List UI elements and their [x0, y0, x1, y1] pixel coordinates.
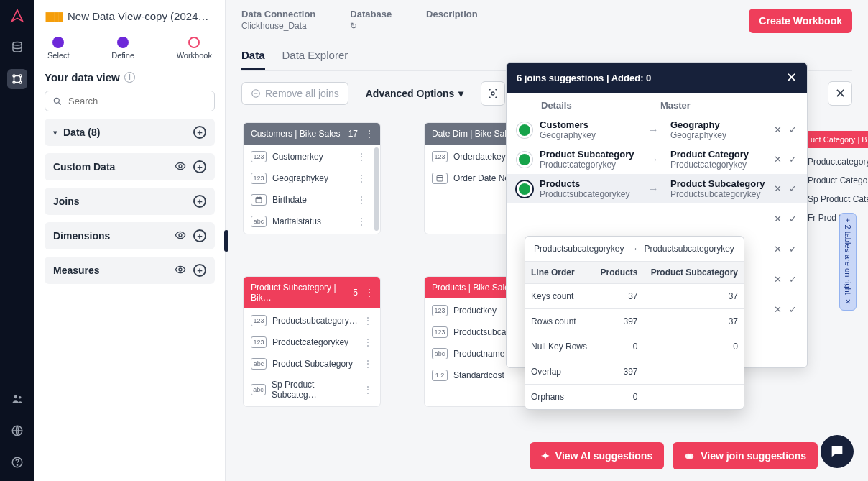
accept-icon[interactable]: ✓ [789, 183, 797, 194]
status-dot-icon [517, 152, 532, 168]
minus-circle-icon [251, 88, 261, 99]
search-input-wrap[interactable] [45, 91, 215, 111]
table-card-product-subcategory[interactable]: Product Subcategory | Bik…5⋮ 123Products… [243, 276, 381, 407]
col-header: Products [594, 262, 643, 284]
eye-icon[interactable] [175, 160, 186, 173]
kebab-icon[interactable]: ⋮ [365, 288, 373, 298]
close-icon[interactable]: ✕ [786, 70, 797, 86]
chat-fab[interactable] [821, 435, 854, 468]
field-item[interactable]: abcMaritalstatus⋮ [244, 211, 373, 232]
field-item[interactable]: 123Productsubcategory…⋮ [244, 310, 379, 331]
database-icon[interactable] [7, 37, 27, 58]
stepper: Select Define Workbook [47, 37, 212, 60]
arrow-right-icon: → [647, 124, 659, 137]
meta-connection: Data Connection Clickhouse_Data [241, 9, 315, 31]
reject-icon[interactable]: ✕ [774, 183, 782, 194]
table-card-product-category-partial[interactable]: uct Category | B Productcategory Product… [805, 131, 868, 223]
create-workbook-button[interactable]: Create Workbook [749, 9, 852, 33]
svg-point-12 [179, 234, 182, 237]
help-icon[interactable] [7, 452, 27, 472]
remove-joins-button[interactable]: Remove all joins [241, 82, 348, 105]
close-icon[interactable]: ✕ [828, 81, 852, 106]
accept-icon[interactable]: ✓ [789, 154, 797, 165]
globe-icon[interactable] [7, 421, 27, 441]
model-icon[interactable] [7, 69, 27, 89]
reject-icon[interactable]: ✕ [774, 244, 782, 255]
step-define[interactable]: Define [111, 37, 134, 60]
tab-data[interactable]: Data [241, 49, 265, 70]
add-icon[interactable]: + [193, 229, 206, 242]
view-join-suggestions-button[interactable]: View join suggestions [673, 442, 818, 469]
add-icon[interactable]: + [193, 160, 206, 173]
accept-icon[interactable]: ✓ [789, 274, 797, 285]
table-row: Overlap397 [525, 359, 744, 385]
svg-point-10 [54, 98, 59, 103]
accept-icon[interactable]: ✓ [789, 304, 797, 315]
field-item[interactable]: 123Customerkey⋮ [244, 146, 373, 168]
field-item[interactable]: abcProduct Subcategory⋮ [244, 353, 379, 375]
kebab-icon[interactable]: ⋮ [365, 129, 373, 139]
svg-point-22 [688, 453, 694, 459]
table-row: Keys count3737 [525, 284, 744, 309]
group-dimensions[interactable]: Dimensions + [45, 222, 215, 249]
reject-icon[interactable]: ✕ [774, 304, 782, 315]
reject-icon[interactable]: ✕ [774, 124, 782, 135]
caret-down-icon: ▾ [458, 88, 463, 99]
step-workbook[interactable]: Workbook [177, 37, 212, 60]
add-icon[interactable]: + [193, 264, 206, 277]
group-custom-data[interactable]: Custom Data + [45, 153, 215, 180]
users-icon[interactable] [7, 389, 27, 409]
group-data[interactable]: ▾Data (8) + [45, 119, 215, 146]
join-suggestion-row-selected[interactable]: ProductsProductsubcategorykey → Product … [507, 174, 807, 203]
join-suggestion-row[interactable]: Product SubcategoryProductcategorykey → … [507, 145, 807, 174]
accept-icon[interactable]: ✓ [789, 244, 797, 255]
eye-icon[interactable] [175, 264, 186, 277]
svg-point-6 [19, 396, 22, 399]
field-item[interactable]: 123Geographykey⋮ [244, 168, 373, 189]
scrollbar[interactable] [374, 147, 379, 231]
calendar-icon [251, 194, 267, 206]
scan-icon[interactable] [481, 81, 505, 106]
offscreen-tables-chip[interactable]: + 2 tables are on right ✕ [839, 213, 857, 311]
reject-icon[interactable]: ✕ [774, 214, 782, 224]
join-suggestion-row[interactable]: ✕✓ [507, 203, 807, 234]
info-icon[interactable]: i [124, 72, 135, 83]
group-joins[interactable]: Joins + [45, 188, 215, 215]
refresh-icon[interactable]: ↻ [350, 21, 392, 31]
close-icon[interactable]: ✕ [845, 298, 851, 306]
svg-point-3 [13, 81, 15, 83]
field-item[interactable]: abcSp Product Subcateg…⋮ [244, 375, 379, 405]
svg-point-11 [179, 165, 182, 168]
field-item[interactable]: Birthdate⋮ [244, 189, 373, 211]
accept-icon[interactable]: ✓ [789, 214, 797, 224]
join-suggestion-row[interactable]: CustomersGeographykey → GeographyGeograp… [507, 115, 807, 145]
add-icon[interactable]: + [193, 195, 206, 208]
add-icon[interactable]: + [193, 126, 206, 139]
accept-icon[interactable]: ✓ [789, 124, 797, 135]
kebab-icon[interactable]: ⋮ [357, 152, 366, 162]
view-ai-suggestions-button[interactable]: ✦ View AI suggestions [530, 442, 664, 469]
svg-point-1 [13, 75, 15, 77]
stats-table: Line Order Products Product Subcategory … [525, 261, 744, 409]
chevron-down-icon: ▾ [53, 128, 57, 137]
sparkle-icon: ✦ [541, 450, 550, 462]
app-logo-icon[interactable] [7, 6, 27, 26]
search-input[interactable] [68, 96, 207, 106]
reject-icon[interactable]: ✕ [774, 274, 782, 285]
eye-icon[interactable] [175, 229, 186, 242]
advanced-options-button[interactable]: Advanced Options ▾ [357, 83, 473, 104]
meta-row: Data Connection Clickhouse_Data Database… [241, 9, 852, 33]
arrow-right-icon: → [647, 183, 659, 196]
tab-data-explorer[interactable]: Data Explorer [282, 49, 348, 70]
field-item[interactable]: 123Productcategorykey⋮ [244, 331, 379, 353]
arrow-right-icon: → [629, 244, 638, 254]
table-card-customers[interactable]: Customers | Bike Sales17⋮ 123Customerkey… [243, 122, 381, 234]
step-select[interactable]: Select [47, 37, 70, 60]
svg-point-0 [13, 42, 22, 46]
group-measures[interactable]: Measures + [45, 257, 215, 284]
svg-point-5 [14, 395, 18, 399]
svg-point-2 [19, 75, 22, 77]
reject-icon[interactable]: ✕ [774, 154, 782, 165]
svg-rect-20 [437, 176, 443, 182]
search-icon [52, 96, 63, 106]
